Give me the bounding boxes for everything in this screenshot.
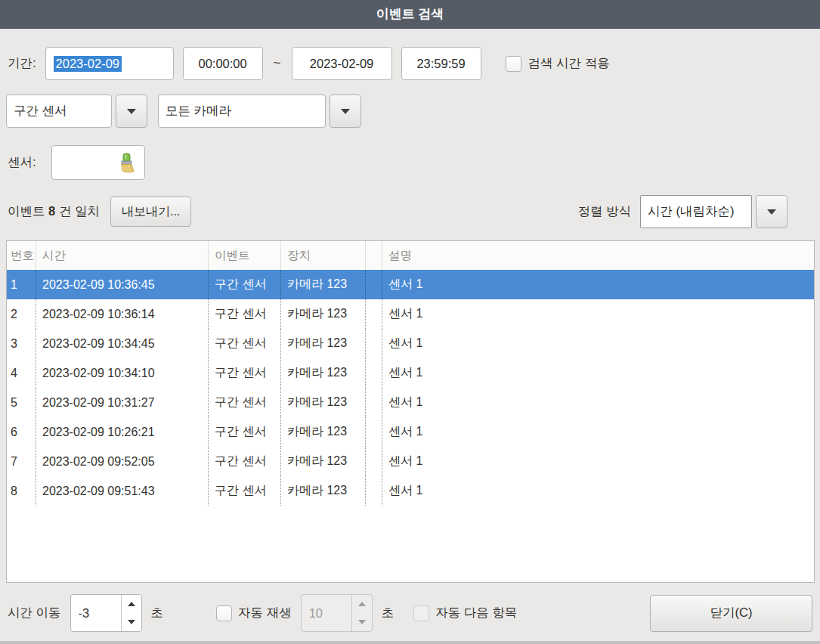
table-row[interactable]: 62023-02-09 10:26:21구간 센서카메라 123센서 1 [7, 417, 814, 447]
end-time-input[interactable]: 23:59:59 [401, 47, 481, 80]
result-count-value: 8 [48, 204, 55, 218]
table-cell [366, 476, 382, 506]
table-row[interactable]: 52023-02-09 10:31:27구간 센서카메라 123센서 1 [7, 388, 814, 417]
autoplay-label: 자동 재생 [238, 605, 292, 621]
table-cell: 구간 센서 [209, 476, 281, 506]
table-cell: 센서 1 [382, 476, 814, 506]
table-cell: 2023-02-09 10:26:21 [36, 417, 209, 447]
table-cell: 카메라 123 [281, 329, 366, 358]
table-cell: 2023-02-09 10:34:45 [36, 329, 209, 358]
autoplay-unit-label: 초 [382, 605, 395, 621]
dialog-titlebar: 이벤트 검색 [0, 0, 820, 29]
table-cell: 2023-02-09 09:51:43 [36, 476, 209, 506]
table-cell: 구간 센서 [209, 270, 281, 299]
table-row[interactable]: 22023-02-09 10:36:14구간 센서카메라 123센서 1 [7, 299, 814, 329]
sort-mode-combo-button[interactable] [756, 195, 788, 228]
close-button[interactable]: 닫기(C) [650, 595, 812, 632]
table-row[interactable]: 42023-02-09 10:34:10구간 센서카메라 123센서 1 [7, 358, 814, 388]
autoplay-interval-spin-up-button [352, 595, 372, 613]
table-cell [366, 388, 382, 417]
start-date-selected-text: 2023-02-09 [54, 56, 122, 72]
dialog-title: 이벤트 검색 [376, 5, 444, 23]
column-header-spacer [366, 241, 382, 270]
table-cell: 5 [7, 388, 36, 417]
arrow-up-icon [128, 602, 135, 606]
table-row[interactable]: 72023-02-09 09:52:05구간 센서카메라 123센서 1 [7, 447, 814, 476]
autoplay-interval-spin-down-button [352, 613, 372, 631]
column-header-이벤트: 이벤트 [209, 241, 281, 270]
table-cell [366, 299, 382, 329]
event-type-combo-button[interactable] [116, 94, 147, 128]
table-cell: 2023-02-09 10:36:14 [36, 299, 209, 329]
table-cell: 카메라 123 [281, 270, 366, 299]
camera-combo-button[interactable] [330, 94, 361, 128]
time-shift-spin-up-button[interactable] [122, 595, 141, 613]
column-header-설명: 설명 [382, 241, 814, 270]
end-date-input[interactable]: 2023-02-09 [292, 47, 392, 80]
time-shift-spinner[interactable]: -3 [70, 594, 142, 632]
time-shift-spin-down-button[interactable] [122, 613, 141, 631]
table-cell: 구간 센서 [209, 388, 281, 417]
autoplay-interval-spinner: 10 [301, 594, 373, 632]
chevron-down-icon [127, 109, 136, 114]
start-date-input[interactable]: 2023-02-09 [45, 47, 174, 80]
apply-search-time-label: 검색 시간 적용 [528, 55, 610, 72]
range-separator: ~ [272, 56, 283, 71]
period-label: 기간: [8, 55, 36, 72]
time-shift-label: 시간 이동 [8, 605, 61, 621]
export-button[interactable]: 내보내기... [110, 197, 191, 227]
chevron-down-icon [341, 109, 350, 114]
table-cell: 카메라 123 [281, 388, 366, 417]
table-cell [366, 447, 382, 476]
table-cell: 구간 센서 [209, 329, 281, 358]
camera-combo-input[interactable]: 모든 카메라 [158, 94, 326, 128]
table-cell [366, 270, 382, 299]
column-header-시간: 시간 [36, 241, 209, 270]
sensor-label: 센서: [8, 154, 36, 171]
autoplay-checkbox[interactable] [216, 605, 232, 621]
table-cell: 센서 1 [382, 388, 814, 417]
table-cell: 카메라 123 [281, 299, 366, 329]
auto-next-checkbox [413, 605, 429, 621]
table-cell: 센서 1 [382, 270, 814, 299]
table-cell: 2023-02-09 09:52:05 [36, 447, 209, 476]
table-cell: 카메라 123 [281, 417, 366, 447]
time-shift-unit-label: 초 [151, 605, 164, 621]
table-cell [366, 358, 382, 388]
apply-search-time-checkbox[interactable] [506, 56, 521, 72]
column-header-번호: 번호 [7, 241, 36, 270]
table-row[interactable]: 32023-02-09 10:34:45구간 센서카메라 123센서 1 [7, 329, 814, 358]
event-table: 번호시간이벤트장치설명 12023-02-09 10:36:45구간 센서카메라… [6, 240, 815, 583]
table-cell: 1 [7, 270, 36, 299]
table-cell [366, 417, 382, 447]
table-cell [366, 329, 382, 358]
arrow-down-icon [358, 620, 366, 624]
time-shift-value[interactable]: -3 [71, 595, 121, 631]
table-cell: 구간 센서 [209, 447, 281, 476]
table-cell: 센서 1 [382, 329, 814, 358]
table-row[interactable]: 12023-02-09 10:36:45구간 센서카메라 123센서 1 [7, 270, 814, 299]
table-cell: 카메라 123 [281, 358, 366, 388]
brush-icon[interactable] [116, 153, 135, 173]
autoplay-interval-value: 10 [302, 595, 351, 631]
table-cell: 카메라 123 [281, 476, 366, 506]
column-header-장치: 장치 [281, 241, 366, 270]
event-type-combo-input[interactable]: 구간 센서 [6, 94, 112, 128]
sort-mode-combo-input[interactable]: 시간 (내림차순) [640, 195, 752, 228]
table-cell: 3 [7, 329, 36, 358]
arrow-down-icon [128, 620, 135, 624]
chevron-down-icon [767, 209, 776, 215]
table-cell: 2023-02-09 10:34:10 [36, 358, 209, 388]
table-cell: 2023-02-09 10:31:27 [36, 388, 209, 417]
table-cell: 8 [7, 476, 36, 506]
table-cell: 구간 센서 [209, 417, 281, 447]
table-cell: 센서 1 [382, 447, 814, 476]
table-cell: 7 [7, 447, 36, 476]
table-cell: 센서 1 [382, 299, 814, 329]
table-cell: 센서 1 [382, 417, 814, 447]
table-row[interactable]: 82023-02-09 09:51:43구간 센서카메라 123센서 1 [7, 476, 814, 506]
auto-next-label: 자동 다음 항목 [435, 605, 517, 621]
start-time-input[interactable]: 00:00:00 [183, 47, 263, 80]
sensor-input[interactable] [51, 145, 145, 180]
sort-mode-label: 정렬 방식 [577, 203, 631, 220]
